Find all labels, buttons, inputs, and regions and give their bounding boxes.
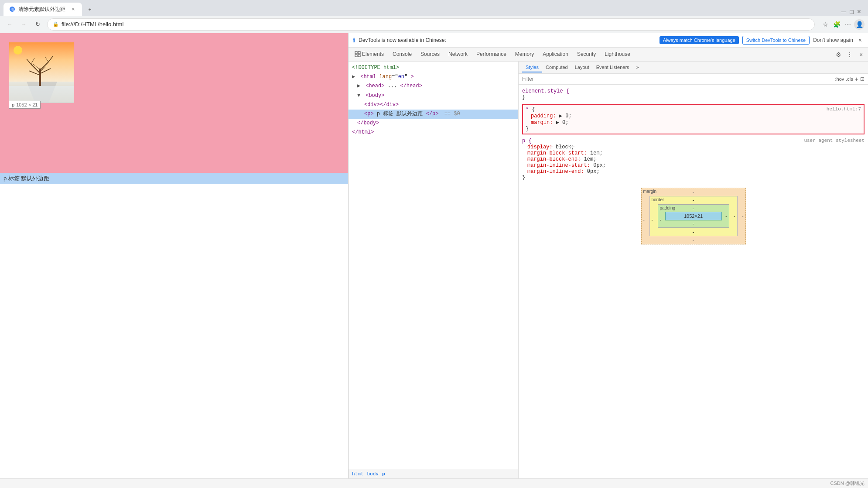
box-content-layer: 1052×21 xyxy=(665,212,722,220)
devtools-notification-bar: ℹ DevTools is now available in Chinese: … xyxy=(349,33,868,48)
devtools-tabs: Elements Console Sources Network Perform… xyxy=(349,48,868,62)
border-top-val: - xyxy=(693,198,694,203)
dont-show-again-btn[interactable]: Don't show again xyxy=(813,37,853,43)
box-model-section: margin - - - - border - - xyxy=(519,182,868,250)
tree-doctype[interactable]: <!DOCTYPE html> xyxy=(349,63,518,72)
devtools-breadcrumb: html body p xyxy=(349,469,518,478)
notification-close-btn[interactable]: × xyxy=(857,36,864,45)
styles-tab-more[interactable]: » xyxy=(633,63,642,72)
always-match-language-btn[interactable]: Always match Chrome's language xyxy=(660,36,739,44)
tab-favicon: 清 xyxy=(9,6,16,13)
padding-left-val: - xyxy=(660,217,661,222)
status-right: CSDN @韩锐光 xyxy=(830,480,865,487)
address-security-icon: 🔒 xyxy=(53,21,59,27)
reload-icon: ↻ xyxy=(35,21,40,27)
devtools-body: <!DOCTYPE html> ▶ <html lang="en" > ▶ <h… xyxy=(349,62,868,478)
nav-actions: ☆ 🧩 ⋯ 👤 xyxy=(820,19,865,30)
margin-right-val: - xyxy=(742,214,743,219)
margin-top-val: - xyxy=(693,189,694,194)
reload-btn[interactable]: ↻ xyxy=(31,18,44,31)
style-rule-star: hello.html:7 * { padding: ▶ 0; margin: xyxy=(522,104,865,134)
switch-devtools-language-btn[interactable]: Switch DevTools to Chinese xyxy=(742,36,810,45)
tab-elements[interactable]: Elements xyxy=(350,48,388,61)
elements-tree[interactable]: <!DOCTYPE html> ▶ <html lang="en" > ▶ <h… xyxy=(349,62,518,469)
selected-element-text: p 标签 默认外边距 xyxy=(3,175,49,182)
account-btn[interactable]: 👤 xyxy=(854,19,865,30)
address-url: file:///D:/HTML/hello.html xyxy=(62,21,123,27)
window-maximize[interactable]: □ xyxy=(850,8,853,15)
margin-left-val: - xyxy=(643,217,645,222)
extensions-btn[interactable]: 🧩 xyxy=(831,19,842,30)
tree-html[interactable]: ▶ <html lang="en" > xyxy=(349,72,518,82)
more-btn[interactable]: ⋯ xyxy=(843,19,853,30)
tab-sources[interactable]: Sources xyxy=(416,48,444,61)
tab-network[interactable]: Network xyxy=(444,48,472,61)
nav-bar: ← → ↻ 🔒 file:///D:/HTML/hello.html ☆ 🧩 ⋯… xyxy=(0,16,868,33)
tree-p[interactable]: <p> p 标签 默认外边距 </p> == $0 xyxy=(349,110,518,119)
forward-btn[interactable]: → xyxy=(17,18,30,31)
styles-tab-computed[interactable]: Computed xyxy=(542,63,571,72)
style-margin-prop: margin: xyxy=(531,120,553,126)
browser-window: 清 清除元素默认外边距 × + ─ □ × ← → ↻ 🔒 file:///D:… xyxy=(0,0,868,488)
back-btn[interactable]: ← xyxy=(3,18,16,31)
filter-icon-btn[interactable]: ⊡ xyxy=(860,76,865,82)
elements-icon xyxy=(355,51,361,57)
tab-application[interactable]: Application xyxy=(538,48,573,61)
tab-title: 清除元素默认外边距 xyxy=(18,6,65,13)
svg-rect-20 xyxy=(355,55,357,57)
bookmark-btn[interactable]: ☆ xyxy=(820,19,830,30)
padding-top-val: - xyxy=(693,206,694,211)
breadcrumb-body[interactable]: body xyxy=(367,471,379,477)
tab-performance[interactable]: Performance xyxy=(472,48,511,61)
notification-icon: ℹ xyxy=(353,37,355,44)
box-margin-layer: margin - - - - border - - xyxy=(641,188,746,244)
styles-tab-event-listeners[interactable]: Event Listeners xyxy=(593,63,633,72)
tab-console[interactable]: Console xyxy=(388,48,416,61)
forward-icon: → xyxy=(21,21,26,27)
tree-html-close[interactable]: </html> xyxy=(349,128,518,137)
border-label: border xyxy=(652,197,664,202)
page-selected-element: p 标签 默认外边距 xyxy=(0,173,348,184)
svg-rect-19 xyxy=(358,52,360,54)
filter-add-rule-btn[interactable]: + xyxy=(855,76,858,82)
breadcrumb-p[interactable]: p xyxy=(382,471,385,477)
window-minimize[interactable]: ─ xyxy=(841,8,846,16)
tree-body-close[interactable]: </body> xyxy=(349,119,518,128)
tab-security[interactable]: Security xyxy=(573,48,600,61)
filter-hov-btn[interactable]: :hov xyxy=(835,76,844,82)
styles-tab-styles[interactable]: Styles xyxy=(522,63,542,72)
browser-tab[interactable]: 清 清除元素默认外边距 × xyxy=(3,3,82,16)
tree-image xyxy=(9,42,74,103)
devtools-settings-btn[interactable]: ⚙ xyxy=(833,49,844,60)
style-padding-prop: padding: xyxy=(531,113,556,119)
main-content: p 1052 × 21 p 标签 默认外边距 ℹ DevTools is now… xyxy=(0,33,868,478)
padding-bottom-val: - xyxy=(693,221,694,226)
filter-cls-btn[interactable]: .cls xyxy=(846,76,853,82)
devtools-close-btn[interactable]: × xyxy=(856,49,866,60)
devtools-more-btn[interactable]: ⋮ xyxy=(844,49,855,60)
svg-text:清: 清 xyxy=(10,8,14,12)
border-right-val: - xyxy=(734,214,735,219)
tab-memory[interactable]: Memory xyxy=(511,48,538,61)
window-close[interactable]: × xyxy=(857,8,861,16)
elements-panel: <!DOCTYPE html> ▶ <html lang="en" > ▶ <h… xyxy=(349,62,519,478)
styles-tab-layout[interactable]: Layout xyxy=(571,63,593,72)
styles-filter-input[interactable] xyxy=(522,76,834,82)
style-rule-user-agent: user agent stylesheet p { display: block… xyxy=(519,136,868,182)
tab-close-btn[interactable]: × xyxy=(70,6,77,13)
tree-body-open[interactable]: ▼ <body> xyxy=(349,91,518,100)
margin-bottom-val: - xyxy=(693,238,694,243)
padding-right-val: - xyxy=(725,214,727,219)
status-bar: CSDN @韩锐光 xyxy=(0,478,868,488)
new-tab-btn[interactable]: + xyxy=(84,3,96,16)
page-view: p 1052 × 21 p 标签 默认外边距 xyxy=(0,33,348,478)
styles-filter-bar: :hov .cls + ⊡ xyxy=(519,74,868,85)
margin-label: margin xyxy=(643,189,657,194)
address-bar[interactable]: 🔒 file:///D:/HTML/hello.html xyxy=(47,18,815,31)
tab-lighthouse[interactable]: Lighthouse xyxy=(600,48,635,61)
devtools-tab-actions: ⚙ ⋮ × xyxy=(833,49,866,60)
back-icon: ← xyxy=(7,21,12,27)
tree-head[interactable]: ▶ <head> ... </head> xyxy=(349,82,518,91)
breadcrumb-html[interactable]: html xyxy=(352,471,364,477)
tree-div[interactable]: <div></div> xyxy=(349,100,518,110)
